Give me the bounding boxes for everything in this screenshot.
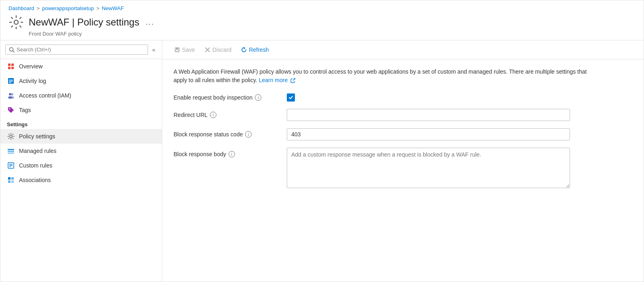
activity-icon (7, 77, 15, 85)
save-button[interactable]: Save (170, 45, 199, 55)
svg-rect-5 (8, 67, 11, 69)
svg-rect-9 (9, 81, 13, 82)
sidebar-label-overview: Overview (19, 63, 42, 70)
svg-rect-29 (176, 48, 178, 49)
search-input[interactable] (17, 47, 144, 53)
svg-line-2 (13, 51, 15, 52)
svg-rect-8 (9, 80, 13, 81)
enable-inspection-row: Enable request body inspection i (174, 93, 632, 102)
iam-icon (7, 91, 15, 100)
managed-rules-icon (7, 147, 15, 155)
svg-rect-18 (8, 151, 14, 152)
sidebar-label-associations: Associations (19, 177, 51, 183)
learn-more-link[interactable]: Learn more (259, 77, 295, 83)
sidebar-item-tags[interactable]: Tags (0, 103, 162, 117)
breadcrumb-newwaf[interactable]: NewWAF (102, 5, 124, 11)
redirect-url-label: Redirect URL i (174, 112, 279, 118)
external-link-icon (290, 78, 295, 83)
svg-point-15 (9, 108, 11, 110)
enable-inspection-label: Enable request body inspection i (174, 94, 279, 101)
block-body-textarea[interactable] (287, 148, 570, 188)
block-status-info-icon[interactable]: i (245, 131, 252, 138)
svg-rect-25 (11, 177, 14, 180)
block-status-label: Block response status code i (174, 131, 279, 138)
svg-rect-27 (11, 180, 14, 183)
svg-rect-4 (11, 64, 14, 66)
sidebar-label-iam: Access control (IAM) (19, 92, 71, 99)
sidebar-item-custom-rules[interactable]: Custom rules (0, 158, 162, 173)
redirect-url-row: Redirect URL i (174, 109, 632, 121)
page-subtitle: Front Door WAF policy (29, 31, 636, 37)
svg-point-16 (10, 135, 12, 138)
svg-rect-19 (8, 153, 14, 154)
sidebar-item-managed-rules[interactable]: Managed rules (0, 144, 162, 158)
settings-section-label: Settings (0, 117, 162, 129)
discard-button[interactable]: Discard (201, 45, 235, 55)
block-status-row: Block response status code i 403 (174, 128, 632, 140)
svg-rect-17 (8, 149, 14, 150)
more-options-button[interactable]: ... (146, 18, 154, 27)
page-title: NewWAF | Policy settings (29, 17, 139, 28)
refresh-button[interactable]: Refresh (237, 45, 273, 55)
block-body-row: Block response body i (174, 148, 632, 188)
policy-settings-icon (7, 132, 15, 140)
svg-rect-6 (11, 67, 14, 69)
block-status-input[interactable]: 403 (287, 128, 570, 140)
sidebar: « Overview (0, 40, 162, 282)
page-header: Dashboard > powerappsportalsetup > NewWA… (0, 0, 644, 40)
sidebar-item-associations[interactable]: Associations (0, 173, 162, 187)
gear-icon (8, 15, 24, 30)
sidebar-item-iam[interactable]: Access control (IAM) (0, 88, 162, 103)
custom-rules-icon (7, 161, 15, 170)
overview-icon (7, 62, 15, 70)
content-area: Save Discard Refresh (162, 40, 644, 282)
breadcrumb-setup[interactable]: powerappsportalsetup (42, 5, 94, 11)
svg-rect-10 (9, 82, 11, 83)
search-wrapper[interactable] (5, 45, 148, 55)
sidebar-label-managed-rules: Managed rules (19, 148, 57, 154)
redirect-url-input[interactable] (287, 109, 570, 121)
collapse-sidebar-button[interactable]: « (150, 45, 157, 55)
sidebar-label-activity-log: Activity log (19, 78, 46, 84)
content-body: A Web Application Firewall (WAF) policy … (162, 59, 644, 282)
sidebar-label-policy-settings: Policy settings (19, 133, 55, 140)
svg-point-12 (11, 93, 13, 95)
breadcrumb-dashboard[interactable]: Dashboard (8, 5, 34, 11)
block-body-label: Block response body i (174, 148, 279, 157)
svg-line-33 (293, 78, 295, 81)
discard-icon (205, 47, 210, 53)
associations-icon (7, 176, 15, 184)
svg-rect-26 (8, 180, 11, 183)
breadcrumb: Dashboard > powerappsportalsetup > NewWA… (8, 5, 636, 11)
search-bar: « (0, 40, 162, 59)
sidebar-item-overview[interactable]: Overview (0, 59, 162, 74)
description-text: A Web Application Firewall (WAF) policy … (174, 68, 598, 85)
tags-icon (7, 106, 15, 114)
svg-rect-3 (8, 64, 11, 66)
svg-point-0 (14, 20, 18, 24)
save-icon (174, 47, 180, 53)
enable-inspection-info-icon[interactable]: i (255, 94, 261, 101)
toolbar: Save Discard Refresh (162, 40, 644, 59)
svg-point-14 (10, 96, 14, 99)
sidebar-label-custom-rules: Custom rules (19, 162, 52, 169)
enable-inspection-checkbox[interactable] (287, 93, 295, 102)
sidebar-item-activity-log[interactable]: Activity log (0, 74, 162, 88)
redirect-url-info-icon[interactable]: i (210, 112, 216, 118)
sidebar-item-policy-settings[interactable]: Policy settings (0, 129, 162, 144)
refresh-icon (241, 47, 247, 53)
svg-rect-24 (8, 177, 11, 180)
block-body-info-icon[interactable]: i (229, 151, 235, 157)
sidebar-label-tags: Tags (19, 107, 31, 113)
